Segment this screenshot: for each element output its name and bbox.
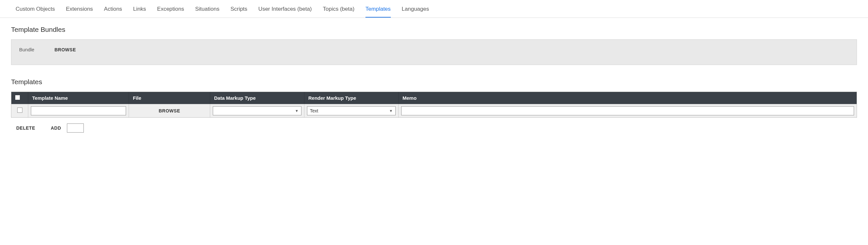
tab-extensions[interactable]: Extensions xyxy=(66,3,93,18)
tab-topics[interactable]: Topics (beta) xyxy=(323,3,354,18)
bundles-heading: Template Bundles xyxy=(11,26,857,33)
memo-input[interactable] xyxy=(401,106,854,115)
data-markup-type-select[interactable]: ▼ xyxy=(213,106,302,115)
delete-button[interactable]: DELETE xyxy=(16,125,35,131)
template-name-input[interactable] xyxy=(31,106,126,115)
bundle-browse-button[interactable]: BROWSE xyxy=(55,47,76,52)
chevron-down-icon: ▼ xyxy=(295,109,299,113)
tab-user-interfaces[interactable]: User Interfaces (beta) xyxy=(258,3,312,18)
render-markup-type-select[interactable]: Text ▼ xyxy=(307,106,396,115)
tab-scripts[interactable]: Scripts xyxy=(230,3,247,18)
tab-exceptions[interactable]: Exceptions xyxy=(157,3,184,18)
row-checkbox[interactable] xyxy=(17,108,23,113)
tab-situations[interactable]: Situations xyxy=(195,3,220,18)
render-markup-type-value: Text xyxy=(310,108,389,114)
bundle-panel: Bundle BROWSE xyxy=(11,39,857,65)
header-render-markup-type: Render Markup Type xyxy=(304,92,399,104)
actions-row: DELETE ADD xyxy=(11,118,857,132)
tab-templates[interactable]: Templates xyxy=(366,3,391,18)
checkbox-icon xyxy=(15,95,20,100)
header-select-all[interactable] xyxy=(11,92,28,104)
tab-actions[interactable]: Actions xyxy=(104,3,122,18)
header-data-markup-type: Data Markup Type xyxy=(210,92,304,104)
header-file: File xyxy=(129,92,210,104)
tab-links[interactable]: Links xyxy=(133,3,146,18)
add-count-input[interactable] xyxy=(67,123,84,132)
tab-bar: Custom Objects Extensions Actions Links … xyxy=(0,0,868,18)
file-browse-button[interactable]: BROWSE xyxy=(159,108,180,114)
tab-custom-objects[interactable]: Custom Objects xyxy=(16,3,55,18)
header-memo: Memo xyxy=(399,92,857,104)
add-button[interactable]: ADD xyxy=(51,125,61,131)
chevron-down-icon: ▼ xyxy=(389,109,393,113)
templates-table: Template Name File Data Markup Type Rend… xyxy=(11,92,857,118)
table-row: BROWSE ▼ Text ▼ xyxy=(11,104,857,117)
tab-languages[interactable]: Languages xyxy=(402,3,429,18)
templates-heading: Templates xyxy=(11,78,857,86)
bundle-label: Bundle xyxy=(19,47,34,52)
header-template-name: Template Name xyxy=(28,92,129,104)
